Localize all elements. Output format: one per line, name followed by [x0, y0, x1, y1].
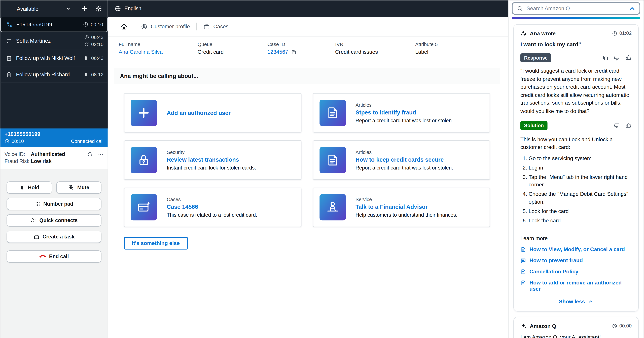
- main-top-bar: English: [108, 0, 508, 17]
- article-icon: [520, 269, 526, 275]
- more-options-icon[interactable]: [98, 151, 104, 157]
- tab-customer-profile[interactable]: Customer profile: [134, 17, 196, 36]
- clock-icon: [83, 22, 88, 27]
- contact-timers: 06:43 02:10: [84, 34, 104, 47]
- ccp-top-bar: Available: [0, 0, 108, 17]
- article-icon: [326, 106, 340, 120]
- contact-timer: 00:10: [83, 21, 103, 27]
- language-label[interactable]: English: [124, 6, 141, 11]
- card-review-transactions[interactable]: Security Review latest transactions Inst…: [124, 140, 301, 180]
- end-call-button[interactable]: End call: [6, 250, 102, 263]
- customer-name-link[interactable]: Ana Carolina Silva: [119, 49, 198, 55]
- chevron-up-icon: [588, 299, 593, 304]
- solution-badge: Solution: [520, 121, 548, 130]
- advisor-icon: [326, 200, 340, 214]
- voice-id-panel: Voice ID: Authenticated Fraud Risk: Low …: [0, 147, 108, 169]
- mute-button[interactable]: Mute: [56, 181, 102, 194]
- search-input[interactable]: [526, 5, 626, 11]
- card-tile: [319, 147, 346, 173]
- card-case-14566[interactable]: Cases Case 14566 This case is related to…: [124, 188, 301, 227]
- create-task-button[interactable]: Create a task: [6, 231, 102, 243]
- bot-intro-text: I am Amazon Q, your AI assistant! As I l…: [520, 333, 632, 338]
- card-add-authorized-user[interactable]: Add an authorized user: [124, 93, 301, 132]
- show-less-button[interactable]: Show less: [520, 299, 632, 305]
- clock-icon: [84, 35, 89, 40]
- call-status: Connected call: [71, 138, 104, 144]
- q-suggestion-card: Ana wrote 01:02 I want to lock my card" …: [514, 24, 639, 312]
- main-content: English Customer profile Cases Full name…: [108, 0, 508, 338]
- voice-id-label: Voice ID:: [4, 151, 31, 157]
- chevron-up-icon[interactable]: [629, 5, 635, 12]
- copy-icon[interactable]: [602, 54, 609, 61]
- copy-icon[interactable]: [291, 49, 296, 55]
- amazon-q-feed: Ana wrote 01:02 I want to lock my card" …: [508, 19, 644, 338]
- customer-utterance: I want to lock my card": [520, 41, 632, 48]
- contact-list-empty-area: [0, 83, 108, 128]
- card-keep-cards-secure[interactable]: Articles How to keep credit cards secure…: [313, 140, 490, 180]
- mic-muted-icon: [68, 185, 74, 190]
- contact-item-chat[interactable]: Sofía Martínez 06:43 02:10: [0, 32, 108, 50]
- chevron-down-icon: [66, 6, 70, 11]
- contact-timer: 08:12: [84, 72, 104, 77]
- contact-label: Follow up with Richard: [16, 71, 70, 78]
- contact-item-task[interactable]: Follow up with Richard 08:12: [0, 66, 108, 83]
- link-cancellation-policy[interactable]: Cancellation Policy: [520, 269, 632, 275]
- guide-section-title: Ana might be calling about...: [114, 68, 500, 84]
- field-ivr: IVR Credit card issues: [335, 41, 415, 55]
- solution-step: Tap the "Menu" tab in the lower right ha…: [529, 174, 632, 189]
- amazon-q-intro-card: Amazon Q 00:00 I am Amazon Q, your AI as…: [514, 317, 639, 338]
- pause-icon: [84, 55, 89, 61]
- thumbs-down-icon[interactable]: [614, 54, 620, 61]
- link-view-modify-cancel-card[interactable]: How to View, Modify, or Cancel a card: [520, 246, 632, 253]
- tab-home[interactable]: [114, 17, 134, 36]
- utterance-time: 01:02: [612, 30, 632, 36]
- link-add-remove-authorized-user[interactable]: How to add or remove an authorized user: [520, 280, 632, 292]
- step-by-step-guide: Ana might be calling about... Add an aut…: [114, 68, 500, 258]
- home-icon: [120, 23, 128, 30]
- search-icon: [517, 5, 523, 12]
- plus-icon[interactable]: [82, 5, 88, 12]
- pause-icon: [84, 72, 89, 77]
- link-prevent-fraud[interactable]: How to prevent fraud: [520, 257, 632, 264]
- number-pad-button[interactable]: Number pad: [6, 198, 102, 210]
- sparkle-icon: [520, 323, 527, 329]
- card-identify-fraud[interactable]: Articles Stpes to identify fraud Report …: [313, 93, 490, 132]
- voice-id-value: Authenticated: [31, 151, 65, 157]
- clock-icon: [612, 323, 618, 329]
- ccp-sidebar: Available +19145550199 00:10 Sofía Martí…: [0, 0, 108, 338]
- phone-icon: [6, 21, 12, 27]
- gear-icon[interactable]: [95, 5, 102, 12]
- agent-status-dropdown[interactable]: Available: [17, 5, 70, 12]
- something-else-button[interactable]: It's something else: [124, 237, 188, 250]
- card-financial-advisor[interactable]: Service Talk to a Financial Advisor Help…: [313, 188, 490, 227]
- article-icon: [520, 280, 526, 286]
- chat-icon: [520, 258, 526, 264]
- connected-call-banner: +19155550199 00:10 Connected call: [0, 128, 108, 147]
- credit-card-icon: [137, 200, 151, 214]
- contact-label: Follow up with Nikki Wolf: [16, 55, 75, 61]
- solution-step: Look for the card: [529, 208, 632, 215]
- article-icon: [520, 247, 526, 253]
- contact-item-call[interactable]: +19145550199 00:10: [0, 17, 108, 32]
- refresh-icon[interactable]: [87, 151, 93, 157]
- connected-number: +19155550199: [4, 131, 104, 137]
- quick-connects-icon: [30, 218, 36, 223]
- contact-item-task[interactable]: Follow up with Nikki Wolf 06:43: [0, 50, 108, 66]
- tab-cases[interactable]: Cases: [197, 17, 235, 36]
- thumbs-up-icon[interactable]: [625, 54, 632, 61]
- case-id-link[interactable]: 1234567: [268, 49, 288, 55]
- card-tile: [130, 194, 157, 220]
- lock-icon: [137, 153, 151, 167]
- divider: [520, 230, 632, 230]
- contact-timer: 06:43: [84, 55, 104, 61]
- fraud-risk-label: Fraud Risk:: [4, 158, 31, 164]
- solution-step: Go to the servicing system: [529, 155, 632, 162]
- thumbs-up-icon[interactable]: [625, 122, 632, 129]
- quick-connects-button[interactable]: Quick connects: [6, 214, 102, 227]
- thumbs-down-icon[interactable]: [614, 122, 620, 129]
- suggestion-cards-grid: Add an authorized user Articles Stpes to…: [124, 93, 490, 227]
- globe-icon: [114, 5, 121, 12]
- hold-button[interactable]: Hold: [6, 181, 52, 194]
- solution-intro: This is how you can Lock and Unlock a cu…: [520, 136, 632, 151]
- amazon-q-gradient-bar: [512, 17, 640, 19]
